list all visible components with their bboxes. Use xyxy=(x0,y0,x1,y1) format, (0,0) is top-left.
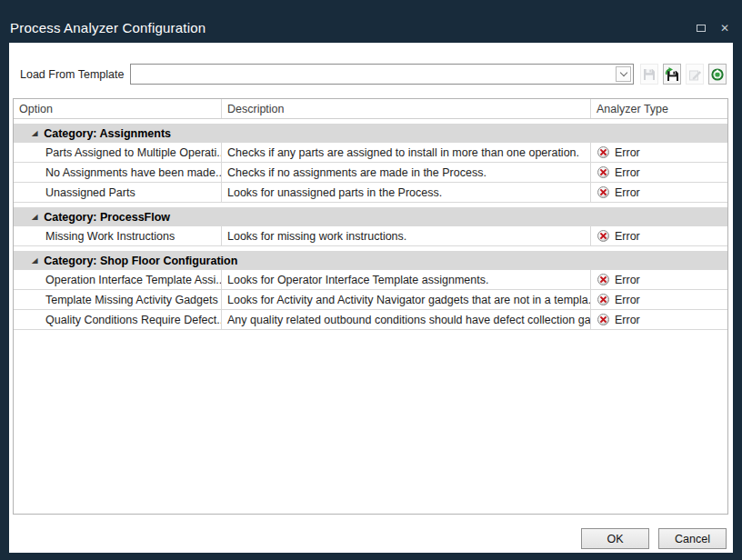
option-cell: Parts Assigned to Multiple Operati... xyxy=(14,143,222,162)
analyzer-option-row[interactable]: Unassigned PartsLooks for unassigned par… xyxy=(14,183,727,203)
process-analyzer-configuration-dialog: { "window": { "title": "Process Analyzer… xyxy=(0,0,742,560)
analyzer-type-cell: Error xyxy=(591,226,727,245)
close-button[interactable]: ✕ xyxy=(720,24,729,33)
error-icon xyxy=(597,230,609,242)
group-header-row[interactable]: ◢Category: Assignments xyxy=(14,124,727,143)
template-combobox[interactable] xyxy=(130,64,634,85)
analyzer-type-label: Error xyxy=(615,294,640,306)
analyzer-type-cell: Error xyxy=(591,163,727,182)
group-label: Category: Assignments xyxy=(44,127,171,140)
window-title: Process Analyzer Configuration xyxy=(10,20,206,35)
template-combobox-input[interactable] xyxy=(131,65,633,84)
group-expander-icon[interactable]: ◢ xyxy=(32,257,38,265)
option-cell: Template Missing Activity Gadgets xyxy=(14,290,222,309)
option-cell: Quality Conditions Require Defect... xyxy=(14,310,222,329)
error-icon xyxy=(597,314,609,325)
grid-rows: ◢Category: AssignmentsParts Assigned to … xyxy=(14,124,727,330)
dialog-footer: OK Cancel xyxy=(581,528,727,549)
save-template-icon xyxy=(643,68,656,81)
analyzer-type-cell: Error xyxy=(591,270,727,289)
description-cell: Any quality related outbound conditions … xyxy=(222,310,591,329)
combobox-dropdown-button[interactable] xyxy=(616,66,631,82)
maximize-button[interactable] xyxy=(697,25,706,32)
close-icon: ✕ xyxy=(720,22,729,35)
dialog-content: Load From Template xyxy=(9,43,733,553)
edit-template-button[interactable] xyxy=(686,64,704,85)
load-template-from-file-button[interactable] xyxy=(663,64,681,85)
analyzer-type-label: Error xyxy=(615,166,640,179)
error-icon xyxy=(597,274,609,285)
title-bar: Process Analyzer Configuration ✕ xyxy=(0,0,742,43)
toolbar-buttons xyxy=(640,64,727,85)
group-header-row[interactable]: ◢Category: Shop Floor Configuration xyxy=(14,251,727,270)
description-cell: Looks for Operator Interface Template as… xyxy=(222,270,591,289)
chevron-down-icon xyxy=(619,69,627,76)
refresh-icon xyxy=(710,67,725,82)
error-icon xyxy=(597,186,609,198)
analyzer-type-cell: Error xyxy=(591,310,727,329)
analyzer-type-label: Error xyxy=(615,314,640,326)
save-template-button[interactable] xyxy=(640,64,658,85)
template-toolbar: Load From Template xyxy=(9,64,733,85)
description-cell: Checks if any parts are assigned to inst… xyxy=(222,143,591,162)
description-cell: Looks for Activity and Activity Navigato… xyxy=(222,290,591,309)
option-cell: Missing Work Instructions xyxy=(14,226,222,245)
analyzer-option-row[interactable]: Parts Assigned to Multiple Operati...Che… xyxy=(14,143,727,163)
analyzer-option-row[interactable]: Quality Conditions Require Defect...Any … xyxy=(14,310,727,330)
analyzer-type-cell: Error xyxy=(591,183,727,202)
column-header-description[interactable]: Description xyxy=(222,99,591,118)
group-expander-icon[interactable]: ◢ xyxy=(32,214,38,221)
analyzer-option-row[interactable]: Operation Interface Template Assi...Look… xyxy=(14,270,727,290)
error-icon xyxy=(597,294,609,305)
analyzer-type-label: Error xyxy=(615,146,640,159)
option-cell: No Assignments have been made... xyxy=(14,163,222,182)
analyzer-type-label: Error xyxy=(615,274,640,286)
analyzer-option-row[interactable]: No Assignments have been made...Checks i… xyxy=(14,163,727,183)
edit-template-icon xyxy=(688,68,701,81)
analyzer-option-row[interactable]: Template Missing Activity GadgetsLooks f… xyxy=(14,290,727,310)
load-from-template-label: Load From Template xyxy=(20,68,124,81)
analyzer-type-label: Error xyxy=(615,230,640,243)
error-icon xyxy=(597,166,609,178)
analyzer-option-row[interactable]: Missing Work InstructionsLooks for missi… xyxy=(14,226,727,246)
column-header-option[interactable]: Option xyxy=(14,99,222,118)
analyzer-type-cell: Error xyxy=(591,290,727,309)
group-header-row[interactable]: ◢Category: ProcessFlow xyxy=(14,207,727,226)
load-template-from-file-icon xyxy=(665,67,679,82)
maximize-icon xyxy=(697,25,706,32)
option-cell: Operation Interface Template Assi... xyxy=(14,270,222,289)
analyzer-type-label: Error xyxy=(615,186,640,199)
ok-button[interactable]: OK xyxy=(581,528,649,549)
column-header-analyzer-type[interactable]: Analyzer Type xyxy=(591,99,727,118)
description-cell: Looks for unassigned parts in the Proces… xyxy=(222,183,591,202)
analyzer-type-cell: Error xyxy=(591,143,727,162)
description-cell: Checks if no assignments are made in the… xyxy=(222,163,591,182)
group-expander-icon[interactable]: ◢ xyxy=(32,130,38,137)
group-label: Category: ProcessFlow xyxy=(44,211,170,224)
analyzer-options-grid: Option Description Analyzer Type ◢Catego… xyxy=(13,98,728,515)
option-cell: Unassigned Parts xyxy=(14,183,222,202)
group-label: Category: Shop Floor Configuration xyxy=(44,255,237,267)
cancel-button[interactable]: Cancel xyxy=(658,528,727,549)
error-icon xyxy=(597,146,609,158)
description-cell: Looks for missing work instructions. xyxy=(222,226,591,245)
refresh-button[interactable] xyxy=(708,64,727,85)
grid-header: Option Description Analyzer Type xyxy=(14,99,727,119)
window-controls: ✕ xyxy=(682,24,729,33)
